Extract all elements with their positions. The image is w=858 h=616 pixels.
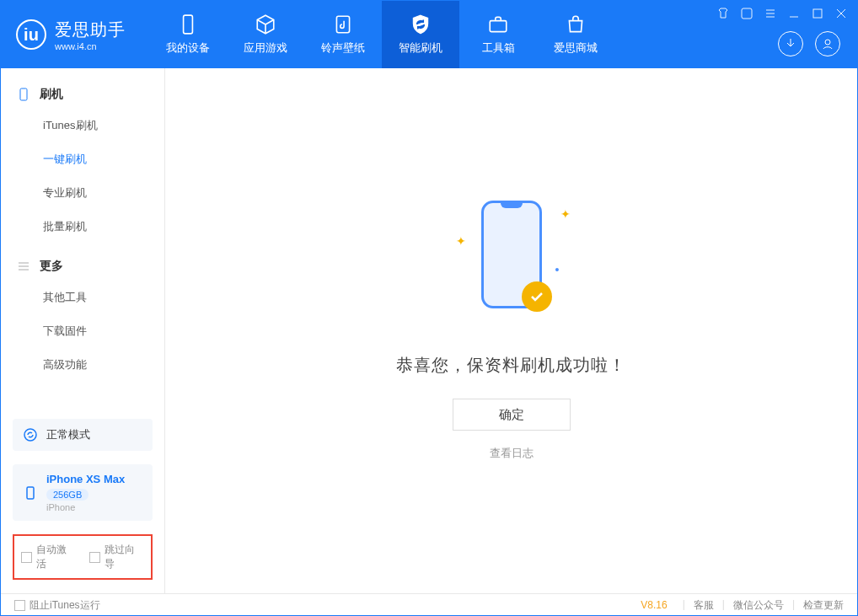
app-name: 爱思助手: [55, 19, 126, 41]
svg-point-5: [825, 40, 830, 45]
maximize-icon[interactable]: [812, 8, 823, 19]
nav-store[interactable]: 爱思商城: [537, 1, 614, 68]
sparkle-icon: •: [555, 263, 564, 271]
svg-rect-3: [742, 8, 752, 19]
sidebar-item-batch[interactable]: 批量刷机: [1, 210, 164, 244]
sparkle-icon: ✦: [456, 234, 464, 243]
footer-support[interactable]: 客服: [694, 598, 714, 613]
sync-icon: [23, 427, 38, 442]
nav-label: 爱思商城: [554, 40, 598, 56]
download-button[interactable]: [778, 31, 803, 56]
footer-links: | 客服 | 微信公众号 | 检查更新: [683, 598, 844, 613]
sidebar-item-other-tools[interactable]: 其他工具: [1, 281, 164, 314]
briefcase-icon: [487, 13, 509, 35]
skin-icon[interactable]: [741, 8, 753, 19]
main-nav: 我的设备 应用游戏 铃声壁纸 智能刷机 工具箱 爱思商城: [149, 1, 614, 68]
nav-my-device[interactable]: 我的设备: [149, 1, 227, 68]
list-icon: [16, 259, 31, 274]
nav-label: 我的设备: [166, 40, 210, 56]
checkbox-auto-activate[interactable]: 自动激活: [21, 543, 76, 571]
svg-rect-1: [336, 16, 349, 33]
refresh-shield-icon: [410, 13, 432, 35]
checkbox-icon: [21, 552, 32, 563]
checkbox-skip-wizard[interactable]: 跳过向导: [89, 543, 144, 571]
flash-options-highlighted: 自动激活 跳过向导: [13, 534, 153, 580]
svg-rect-4: [813, 9, 822, 18]
success-illustration: ✦ ✦ •: [469, 201, 554, 319]
logo-icon: iu: [16, 19, 46, 50]
sidebar-item-onekey[interactable]: 一键刷机: [1, 142, 164, 176]
sidebar-section-flash: 刷机: [1, 80, 164, 109]
device-mode[interactable]: 正常模式: [13, 419, 153, 451]
svg-rect-2: [490, 21, 507, 32]
window-controls: [717, 8, 847, 19]
device-name: iPhone XS Max: [46, 473, 125, 485]
sidebar-item-pro[interactable]: 专业刷机: [1, 176, 164, 210]
logo-text: 爱思助手 www.i4.cn: [55, 19, 126, 51]
device-card[interactable]: iPhone XS Max 256GB iPhone: [13, 464, 153, 521]
sidebar-item-download-fw[interactable]: 下载固件: [1, 314, 164, 348]
section-label: 更多: [40, 259, 63, 274]
success-title: 恭喜您，保资料刷机成功啦！: [396, 354, 626, 377]
view-log-link[interactable]: 查看日志: [490, 446, 534, 461]
nav-label: 应用游戏: [244, 40, 287, 56]
nav-label: 铃声壁纸: [321, 40, 365, 56]
nav-ringtone-wallpaper[interactable]: 铃声壁纸: [304, 1, 382, 68]
device-capacity: 256GB: [46, 489, 88, 501]
sidebar-item-itunes[interactable]: iTunes刷机: [1, 109, 164, 142]
close-icon[interactable]: [835, 8, 847, 19]
checkbox-icon: [14, 600, 25, 611]
footer: 阻止iTunes运行 V8.16 | 客服 | 微信公众号 | 检查更新: [1, 593, 857, 616]
ok-button[interactable]: 确定: [453, 399, 571, 431]
mode-label: 正常模式: [46, 427, 90, 442]
footer-wechat[interactable]: 微信公众号: [733, 598, 784, 613]
svg-rect-8: [27, 487, 34, 499]
phone-icon: [177, 13, 199, 35]
sidebar-item-advanced[interactable]: 高级功能: [1, 348, 164, 382]
nav-label: 智能刷机: [399, 40, 442, 56]
minimize-icon[interactable]: [788, 8, 800, 19]
menu-icon[interactable]: [764, 8, 776, 19]
logo[interactable]: iu 爱思助手 www.i4.cn: [1, 19, 141, 51]
checkbox-label: 阻止iTunes运行: [29, 598, 100, 613]
user-button[interactable]: [815, 31, 840, 56]
phone-device-icon: [23, 485, 38, 501]
app-url: www.i4.cn: [55, 41, 126, 51]
version-label: V8.16: [641, 599, 667, 611]
svg-rect-0: [184, 15, 193, 34]
device-type: iPhone: [46, 502, 125, 512]
header-actions: [778, 31, 840, 56]
checkbox-icon: [89, 552, 100, 563]
checkbox-label: 自动激活: [36, 543, 76, 571]
header: iu 爱思助手 www.i4.cn 我的设备 应用游戏 铃声壁纸 智能刷机 工具…: [1, 1, 857, 68]
nav-label: 工具箱: [482, 40, 515, 56]
device-info: iPhone XS Max 256GB iPhone: [46, 473, 125, 512]
phone-small-icon: [16, 87, 31, 102]
main-content: ✦ ✦ • 恭喜您，保资料刷机成功啦！ 确定 查看日志: [165, 68, 857, 593]
checkbox-label: 跳过向导: [105, 543, 144, 571]
music-doc-icon: [332, 13, 354, 35]
nav-apps-games[interactable]: 应用游戏: [227, 1, 304, 68]
bag-icon: [565, 13, 587, 35]
tshirt-icon[interactable]: [717, 8, 729, 19]
svg-point-7: [24, 429, 36, 441]
nav-smart-flash[interactable]: 智能刷机: [382, 1, 459, 68]
sidebar: 刷机 iTunes刷机 一键刷机 专业刷机 批量刷机 更多 其他工具 下载固件 …: [1, 68, 165, 593]
nav-toolbox[interactable]: 工具箱: [459, 1, 537, 68]
svg-rect-6: [20, 88, 27, 100]
sidebar-section-more: 更多: [1, 252, 164, 281]
footer-update[interactable]: 检查更新: [803, 598, 844, 613]
section-label: 刷机: [40, 87, 63, 102]
check-badge-icon: [522, 281, 552, 312]
sparkle-icon: ✦: [560, 207, 569, 216]
checkbox-block-itunes[interactable]: 阻止iTunes运行: [14, 598, 100, 613]
cube-icon: [255, 13, 276, 35]
